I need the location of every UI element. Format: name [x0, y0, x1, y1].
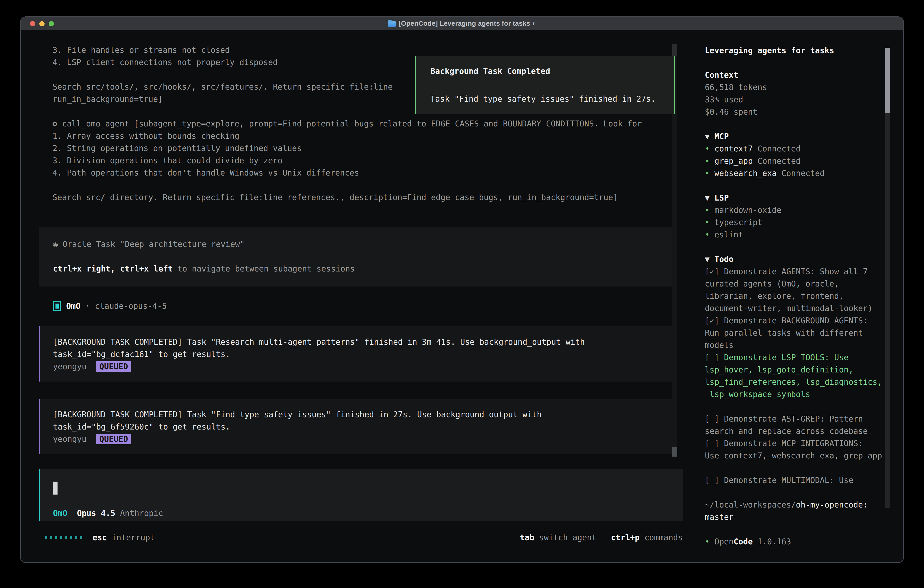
sidebar-line: master [705, 511, 733, 523]
background-task-message-1: [BACKGROUND TASK COMPLETED] Task "Resear… [39, 326, 675, 382]
message-line: task_id="bg_dcfac161" to get results. [53, 348, 675, 360]
sidebar-line: • websearch_exa Connected [705, 167, 825, 179]
terminal-line: 1. Array access without bounds checking [53, 130, 642, 142]
terminal-line: Search src/ directory. Return specific f… [53, 191, 642, 203]
notification-title: Background Task Completed [431, 65, 550, 77]
agent-icon-inner [56, 304, 59, 309]
activity-dot [80, 536, 82, 539]
spacer [53, 250, 675, 263]
oracle-task-box: ◉ Oracle Task "Deep architecture review"… [39, 227, 675, 286]
oracle-task-hint: ctrl+x right, ctrl+x left to navigate be… [53, 263, 675, 275]
message-meta: yeongyu QUEUED [53, 360, 675, 373]
zoom-button[interactable] [49, 21, 54, 26]
agent-session-label: OmO · claude-opus-4-5 [66, 300, 167, 312]
notification-body: Task "Find type safety issues" finished … [431, 93, 655, 105]
sidebar-line: 66,518 tokens [705, 81, 767, 93]
sidebar-line: 33% used [705, 93, 743, 106]
sidebar-line: ▼ MCP [705, 130, 729, 142]
sidebar-line: [✓] Demonstrate BACKGROUND AGENTS: [705, 314, 868, 327]
sidebar-line: Leveraging agents for tasks [705, 45, 834, 57]
terminal-line: 3. Division operations that could divide… [53, 154, 642, 167]
sidebar-line: [ ] Demonstrate LSP TOOLS: Use [705, 351, 848, 363]
sidebar-line: • OpenCode 1.0.163 [705, 535, 791, 548]
folder-icon [388, 21, 396, 27]
terminal-line [53, 179, 642, 191]
terminal-line: 2. String operations on potentially unde… [53, 142, 642, 154]
activity-dot [55, 536, 57, 539]
sidebar-line: ~/local-workspaces/oh-my-opencode: [705, 499, 868, 511]
sidebar-line: Use context7, websearch_exa, grep_app [705, 449, 882, 462]
sidebar-line: lsp_find_references, lsp_diagnostics, [705, 376, 882, 388]
status-left: esc interrupt [45, 531, 155, 543]
sidebar-line: lsp_hover, lsp_goto_definition, [705, 363, 853, 376]
sidebar-line: librarian, explore, frontend, [705, 290, 844, 302]
agent-icon [53, 301, 61, 311]
sidebar-line: models [705, 339, 733, 351]
terminal-line: ⚙ call_omo_agent [subagent_type=explore,… [53, 117, 642, 130]
terminal-line: 3. File handles or streams not closed [53, 44, 642, 56]
main-scrollbar-top-segment[interactable] [672, 44, 677, 56]
terminal-window: [OpenCode] Leveraging agents for tasks ◐… [20, 17, 904, 563]
text-cursor [53, 482, 58, 495]
sidebar-line: search and replace across codebase [705, 425, 868, 437]
agent-session-header: OmO · claude-opus-4-5 [53, 300, 167, 312]
sidebar-line: [ ] Demonstrate MULTIMODAL: Use [705, 474, 853, 486]
message-line: task_id="bg_6f59260c" to get results. [53, 421, 675, 433]
activity-dot [65, 536, 67, 539]
activity-dot [50, 536, 52, 539]
activity-dot [45, 536, 47, 539]
sidebar-line: $0.46 spent [705, 106, 757, 118]
minimize-button[interactable] [40, 21, 45, 26]
activity-dots [45, 536, 82, 539]
window-title-text: [OpenCode] Leveraging agents for tasks ◐ [399, 20, 536, 27]
main-scrollbar-thumb[interactable] [672, 447, 677, 457]
window-title: [OpenCode] Leveraging agents for tasks ◐ [388, 20, 536, 27]
terminal-line: 4. Path operations that don't handle Win… [53, 167, 642, 179]
toast-notification: Background Task Completed Task "Find typ… [415, 56, 675, 114]
message-line: [BACKGROUND TASK COMPLETED] Task "Find t… [53, 408, 675, 421]
sidebar-line: [ ] Demonstrate AST-GREP: Pattern [705, 413, 863, 425]
sidebar-line: curated agents (OmO, oracle, [705, 277, 839, 290]
oracle-task-title: ◉ Oracle Task "Deep architecture review" [53, 238, 675, 250]
sidebar-line: ▼ Todo [705, 253, 733, 265]
sidebar-line: document-writer, multimodal-looker) [705, 302, 873, 314]
sidebar-line: • markdown-oxide [705, 204, 781, 216]
sidebar-line: • grep_app Connected [705, 155, 800, 167]
input-modeline: OmO Opus 4.5 Anthropic [53, 507, 163, 519]
activity-dot [60, 536, 62, 539]
traffic-lights [30, 21, 54, 26]
activity-dot [70, 536, 72, 539]
message-meta: yeongyu QUEUED [53, 433, 675, 445]
sidebar-line: lsp_workspace_symbols [705, 388, 810, 400]
sidebar-line: • eslint [705, 228, 743, 241]
sidebar-line: • typescript [705, 216, 762, 228]
prompt-input[interactable]: OmO Opus 4.5 Anthropic [39, 469, 683, 521]
sidebar-scrollbar-thumb[interactable] [885, 48, 890, 113]
sidebar-line: ▼ LSP [705, 192, 729, 204]
sidebar-scrollbar[interactable] [885, 48, 890, 508]
message-line: [BACKGROUND TASK COMPLETED] Task "Resear… [53, 336, 675, 348]
sidebar-line: [ ] Demonstrate MCP INTEGRATIONS: [705, 437, 863, 449]
sidebar-line: [✓] Demonstrate AGENTS: Show all 7 [705, 265, 868, 277]
sidebar-line: Context [705, 69, 739, 81]
sidebar-line: Run parallel tasks with different [705, 327, 863, 339]
status-bar: esc interrupt tab switch agent ctrl+p co… [45, 531, 683, 543]
interrupt-hint: esc interrupt [92, 531, 155, 543]
keyboard-hints: tab switch agent ctrl+p commands [520, 531, 683, 543]
background-task-message-2: [BACKGROUND TASK COMPLETED] Task "Find t… [39, 399, 675, 454]
activity-dot [75, 536, 77, 539]
sidebar-line: • context7 Connected [705, 142, 800, 155]
close-button[interactable] [30, 21, 35, 26]
session-sidebar: Leveraging agents for tasksContext66,518… [705, 17, 887, 563]
